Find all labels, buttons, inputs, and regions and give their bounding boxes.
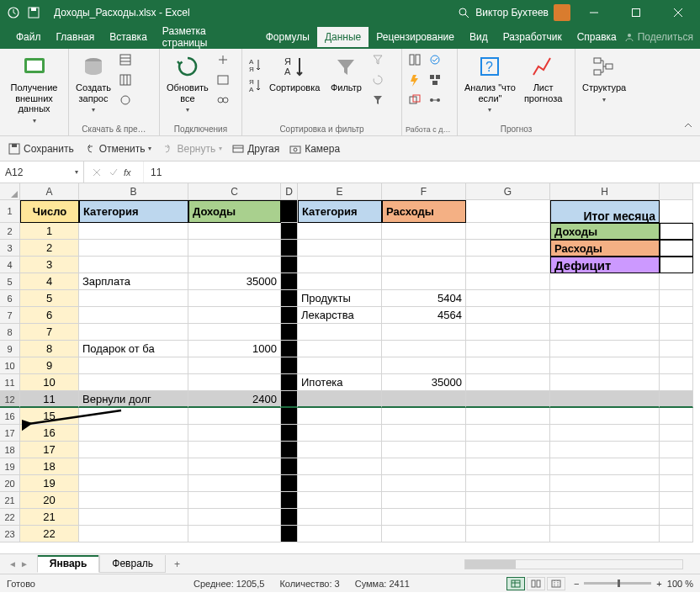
formula-input[interactable]: 11 — [144, 167, 700, 178]
fx-icon[interactable]: fx — [123, 165, 138, 180]
cell[interactable]: Итог месяца — [550, 200, 660, 223]
cell[interactable] — [188, 357, 281, 374]
cell[interactable] — [79, 374, 188, 391]
cancel-formula-icon[interactable] — [89, 165, 104, 180]
cell[interactable] — [660, 290, 693, 307]
cell[interactable] — [281, 526, 298, 542]
cell[interactable]: 3 — [20, 257, 79, 273]
from-table-button[interactable] — [116, 71, 135, 89]
cell[interactable]: Лекарства — [298, 307, 382, 324]
cell[interactable]: 19 — [0, 458, 20, 475]
cell[interactable] — [660, 324, 693, 341]
cell[interactable] — [466, 223, 550, 240]
qa-undo-button[interactable]: Отменить ▾ — [84, 143, 152, 155]
cell[interactable]: 6 — [20, 307, 79, 324]
whatif-button[interactable]: ?Анализ "что если"▾ — [461, 50, 519, 116]
cell[interactable] — [382, 425, 466, 442]
cell[interactable] — [188, 307, 281, 324]
cell[interactable] — [79, 492, 188, 509]
cell[interactable] — [660, 374, 693, 391]
cell[interactable] — [382, 240, 466, 257]
cell[interactable] — [550, 307, 660, 324]
cell[interactable] — [281, 374, 298, 391]
cell[interactable] — [550, 475, 660, 492]
cell[interactable]: 1 — [20, 223, 79, 240]
cell[interactable] — [466, 526, 550, 542]
cell[interactable] — [382, 458, 466, 475]
cell[interactable]: 5 — [20, 290, 79, 307]
cell[interactable] — [298, 273, 382, 290]
cell[interactable] — [466, 408, 550, 425]
cell[interactable]: 12 — [0, 391, 20, 408]
cell[interactable] — [660, 240, 693, 257]
view-normal-button[interactable] — [506, 577, 525, 590]
cell[interactable]: 21 — [20, 509, 79, 526]
cell[interactable]: Категория — [298, 200, 382, 223]
cell[interactable] — [79, 240, 188, 257]
zoom-level[interactable]: 100 % — [667, 579, 693, 589]
cell[interactable] — [281, 240, 298, 257]
cell[interactable] — [298, 257, 382, 273]
cell[interactable] — [382, 391, 466, 408]
cell[interactable] — [660, 341, 693, 357]
cell[interactable] — [660, 526, 693, 542]
show-queries-button[interactable] — [116, 50, 135, 69]
cell[interactable] — [382, 357, 466, 374]
edit-links-button[interactable] — [214, 91, 232, 109]
cell[interactable]: 10 — [0, 357, 20, 374]
cell[interactable]: 1000 — [188, 341, 281, 357]
cell[interactable]: 4 — [0, 257, 20, 273]
connections-small-button[interactable] — [214, 50, 232, 69]
consolidate-button[interactable] — [426, 71, 444, 89]
cell[interactable] — [550, 374, 660, 391]
cell[interactable] — [281, 324, 298, 341]
sort-desc-button[interactable]: ЯA — [246, 76, 264, 94]
cell[interactable] — [79, 526, 188, 542]
cell[interactable] — [466, 307, 550, 324]
cell[interactable] — [660, 408, 693, 425]
cell[interactable] — [660, 442, 693, 458]
cell[interactable]: 5404 — [382, 290, 466, 307]
structure-button[interactable]: Структура▾ — [579, 50, 629, 106]
cell[interactable]: Доходы — [550, 223, 660, 240]
cell[interactable] — [550, 492, 660, 509]
menu-view[interactable]: Вид — [462, 27, 496, 47]
cell[interactable]: 2 — [0, 223, 20, 240]
properties-button[interactable] — [214, 71, 232, 89]
cell[interactable]: 7 — [0, 307, 20, 324]
cell[interactable] — [281, 273, 298, 290]
cell[interactable] — [550, 290, 660, 307]
cell[interactable] — [466, 257, 550, 273]
cell[interactable] — [298, 509, 382, 526]
cell[interactable] — [550, 273, 660, 290]
sort-asc-button[interactable]: AЯ — [246, 56, 264, 74]
menu-developer[interactable]: Разработчик — [496, 27, 570, 47]
tab-nav[interactable]: ◄► — [0, 559, 37, 569]
cell[interactable]: Подарок от ба — [79, 341, 188, 357]
cell[interactable]: B — [79, 183, 188, 200]
cell[interactable]: Доходы — [188, 200, 281, 223]
recent-sources-button[interactable] — [116, 91, 135, 109]
cell[interactable]: 4 — [20, 273, 79, 290]
cell[interactable] — [188, 408, 281, 425]
cell[interactable] — [550, 509, 660, 526]
cell[interactable] — [382, 475, 466, 492]
cell[interactable] — [281, 200, 298, 223]
cell[interactable]: 1 — [0, 200, 20, 223]
name-box[interactable]: A12▾ — [0, 161, 84, 183]
menu-formulas[interactable]: Формулы — [258, 27, 317, 47]
cell[interactable] — [79, 290, 188, 307]
get-external-data-button[interactable]: Получение внешних данных▾ — [3, 50, 65, 127]
cell[interactable] — [298, 442, 382, 458]
autosave-icon[interactable] — [7, 6, 20, 19]
cell[interactable] — [382, 273, 466, 290]
cell[interactable] — [550, 324, 660, 341]
cell[interactable]: 17 — [0, 425, 20, 442]
cell[interactable] — [298, 475, 382, 492]
cell[interactable] — [281, 223, 298, 240]
cell[interactable] — [281, 290, 298, 307]
cell[interactable] — [466, 273, 550, 290]
cell[interactable] — [298, 408, 382, 425]
cell[interactable] — [298, 526, 382, 542]
cell[interactable] — [281, 442, 298, 458]
